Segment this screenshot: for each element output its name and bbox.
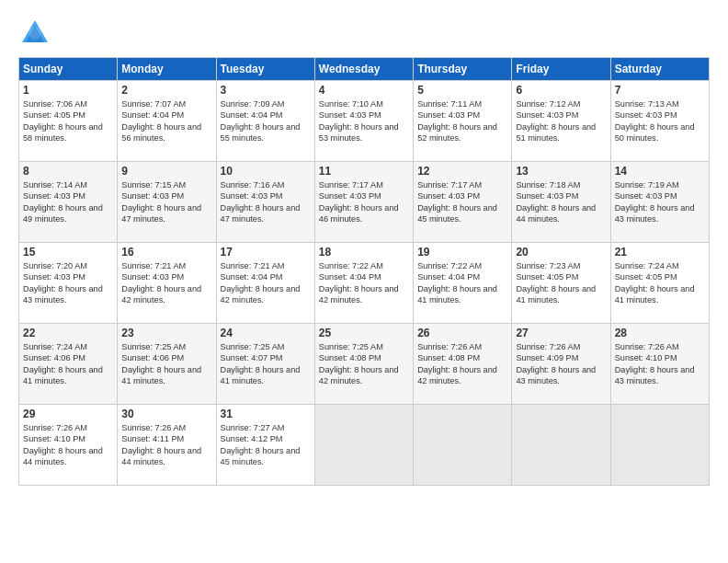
calendar-week-row: 15Sunrise: 7:20 AMSunset: 4:03 PMDayligh… [19,243,710,324]
calendar-table: SundayMondayTuesdayWednesdayThursdayFrid… [18,57,710,486]
day-header-friday: Friday [512,58,610,81]
logo-icon [18,17,51,50]
cell-text: Sunrise: 7:26 AMSunset: 4:10 PMDaylight:… [23,423,103,466]
day-number: 2 [121,84,211,97]
calendar-cell: 2Sunrise: 7:07 AMSunset: 4:04 PMDaylight… [118,81,216,162]
calendar-cell: 8Sunrise: 7:14 AMSunset: 4:03 PMDaylight… [19,162,118,243]
day-header-monday: Monday [118,58,216,81]
calendar-cell: 5Sunrise: 7:11 AMSunset: 4:03 PMDaylight… [414,81,512,162]
calendar-cell [512,405,610,486]
day-number: 18 [319,246,409,259]
cell-text: Sunrise: 7:07 AMSunset: 4:04 PMDaylight:… [121,99,201,143]
day-number: 15 [23,246,113,259]
calendar-cell: 14Sunrise: 7:19 AMSunset: 4:03 PMDayligh… [610,162,709,243]
cell-text: Sunrise: 7:22 AMSunset: 4:04 PMDaylight:… [319,261,399,304]
logo [18,17,53,50]
day-number: 4 [319,84,409,97]
calendar-header-row: SundayMondayTuesdayWednesdayThursdayFrid… [19,58,710,81]
cell-text: Sunrise: 7:15 AMSunset: 4:03 PMDaylight:… [121,180,201,224]
day-number: 9 [121,165,211,178]
calendar-week-row: 8Sunrise: 7:14 AMSunset: 4:03 PMDaylight… [19,162,710,243]
day-number: 30 [121,408,211,420]
cell-text: Sunrise: 7:26 AMSunset: 4:11 PMDaylight:… [121,423,201,466]
calendar-cell: 9Sunrise: 7:15 AMSunset: 4:03 PMDaylight… [118,162,216,243]
calendar-cell: 27Sunrise: 7:26 AMSunset: 4:09 PMDayligh… [512,324,610,405]
calendar-cell: 19Sunrise: 7:22 AMSunset: 4:04 PMDayligh… [414,243,512,324]
calendar-cell: 29Sunrise: 7:26 AMSunset: 4:10 PMDayligh… [19,405,118,486]
cell-text: Sunrise: 7:19 AMSunset: 4:03 PMDaylight:… [615,180,695,224]
day-number: 21 [615,246,705,259]
day-number: 29 [23,408,113,420]
calendar-cell: 26Sunrise: 7:26 AMSunset: 4:08 PMDayligh… [414,324,512,405]
day-header-thursday: Thursday [414,58,512,81]
calendar-week-row: 29Sunrise: 7:26 AMSunset: 4:10 PMDayligh… [19,405,710,486]
day-number: 25 [319,327,409,339]
day-header-sunday: Sunday [19,58,118,81]
day-number: 17 [221,246,311,259]
day-number: 22 [23,327,113,339]
day-number: 23 [121,327,211,339]
calendar-cell: 17Sunrise: 7:21 AMSunset: 4:04 PMDayligh… [216,243,314,324]
calendar-cell: 11Sunrise: 7:17 AMSunset: 4:03 PMDayligh… [314,162,413,243]
calendar-cell: 22Sunrise: 7:24 AMSunset: 4:06 PMDayligh… [19,324,118,405]
day-number: 14 [615,165,705,178]
calendar-cell: 30Sunrise: 7:26 AMSunset: 4:11 PMDayligh… [118,405,216,486]
day-number: 7 [615,84,705,97]
day-number: 8 [23,165,113,178]
calendar-cell: 28Sunrise: 7:26 AMSunset: 4:10 PMDayligh… [610,324,709,405]
calendar-week-row: 22Sunrise: 7:24 AMSunset: 4:06 PMDayligh… [19,324,710,405]
calendar-cell [610,405,709,486]
cell-text: Sunrise: 7:17 AMSunset: 4:03 PMDaylight:… [417,180,497,224]
cell-text: Sunrise: 7:21 AMSunset: 4:03 PMDaylight:… [121,261,201,304]
day-number: 11 [319,165,409,178]
calendar-cell: 31Sunrise: 7:27 AMSunset: 4:12 PMDayligh… [216,405,314,486]
day-number: 27 [516,327,606,339]
calendar-cell: 16Sunrise: 7:21 AMSunset: 4:03 PMDayligh… [118,243,216,324]
calendar-cell: 25Sunrise: 7:25 AMSunset: 4:08 PMDayligh… [314,324,413,405]
calendar-page: SundayMondayTuesdayWednesdayThursdayFrid… [0,0,728,563]
calendar-cell: 13Sunrise: 7:18 AMSunset: 4:03 PMDayligh… [512,162,610,243]
cell-text: Sunrise: 7:25 AMSunset: 4:07 PMDaylight:… [221,342,301,385]
calendar-cell: 18Sunrise: 7:22 AMSunset: 4:04 PMDayligh… [314,243,413,324]
cell-text: Sunrise: 7:24 AMSunset: 4:06 PMDaylight:… [23,342,103,385]
cell-text: Sunrise: 7:17 AMSunset: 4:03 PMDaylight:… [319,180,399,224]
cell-text: Sunrise: 7:27 AMSunset: 4:12 PMDaylight:… [221,423,301,466]
day-number: 3 [221,84,311,97]
calendar-cell: 10Sunrise: 7:16 AMSunset: 4:03 PMDayligh… [216,162,314,243]
day-number: 24 [221,327,311,339]
cell-text: Sunrise: 7:16 AMSunset: 4:03 PMDaylight:… [221,180,301,224]
calendar-cell: 21Sunrise: 7:24 AMSunset: 4:05 PMDayligh… [610,243,709,324]
calendar-cell: 15Sunrise: 7:20 AMSunset: 4:03 PMDayligh… [19,243,118,324]
svg-point-2 [28,27,41,40]
cell-text: Sunrise: 7:26 AMSunset: 4:08 PMDaylight:… [417,342,497,385]
cell-text: Sunrise: 7:24 AMSunset: 4:05 PMDaylight:… [615,261,695,304]
day-number: 6 [516,84,606,97]
calendar-cell: 4Sunrise: 7:10 AMSunset: 4:03 PMDaylight… [314,81,413,162]
cell-text: Sunrise: 7:23 AMSunset: 4:05 PMDaylight:… [516,261,596,304]
cell-text: Sunrise: 7:20 AMSunset: 4:03 PMDaylight:… [23,261,103,304]
calendar-cell: 6Sunrise: 7:12 AMSunset: 4:03 PMDaylight… [512,81,610,162]
cell-text: Sunrise: 7:26 AMSunset: 4:10 PMDaylight:… [615,342,695,385]
cell-text: Sunrise: 7:09 AMSunset: 4:04 PMDaylight:… [221,99,301,143]
day-header-tuesday: Tuesday [216,58,314,81]
cell-text: Sunrise: 7:14 AMSunset: 4:03 PMDaylight:… [23,180,103,224]
calendar-week-row: 1Sunrise: 7:06 AMSunset: 4:05 PMDaylight… [19,81,710,162]
calendar-cell [314,405,413,486]
cell-text: Sunrise: 7:11 AMSunset: 4:03 PMDaylight:… [417,99,497,143]
cell-text: Sunrise: 7:12 AMSunset: 4:03 PMDaylight:… [516,99,596,143]
header [18,17,710,50]
cell-text: Sunrise: 7:22 AMSunset: 4:04 PMDaylight:… [417,261,497,304]
day-number: 12 [417,165,507,178]
calendar-cell: 24Sunrise: 7:25 AMSunset: 4:07 PMDayligh… [216,324,314,405]
day-number: 10 [221,165,311,178]
day-header-saturday: Saturday [610,58,709,81]
day-number: 16 [121,246,211,259]
cell-text: Sunrise: 7:26 AMSunset: 4:09 PMDaylight:… [516,342,596,385]
day-header-wednesday: Wednesday [314,58,413,81]
day-number: 31 [221,408,311,420]
calendar-cell: 20Sunrise: 7:23 AMSunset: 4:05 PMDayligh… [512,243,610,324]
calendar-cell: 7Sunrise: 7:13 AMSunset: 4:03 PMDaylight… [610,81,709,162]
calendar-cell: 3Sunrise: 7:09 AMSunset: 4:04 PMDaylight… [216,81,314,162]
calendar-cell: 12Sunrise: 7:17 AMSunset: 4:03 PMDayligh… [414,162,512,243]
cell-text: Sunrise: 7:06 AMSunset: 4:05 PMDaylight:… [23,99,103,143]
